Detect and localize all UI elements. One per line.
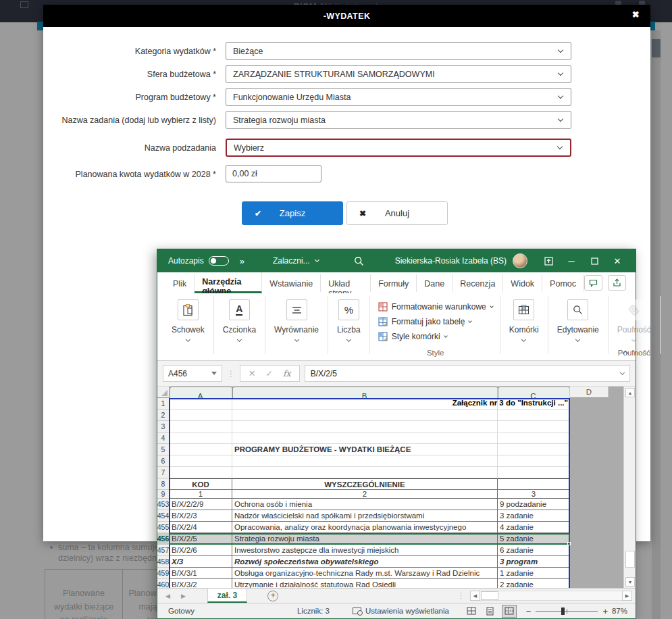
scroll-down-icon[interactable]: ▼ — [625, 577, 635, 587]
cell-B453[interactable]: Ochrona osób i mienia — [232, 499, 498, 510]
kategoria-wydatkow-select[interactable]: Bieżące — [226, 42, 571, 60]
ribbon-tab-wstawianie[interactable]: Wstawianie — [262, 274, 321, 292]
prev-sheet-icon[interactable]: ◀ — [165, 593, 170, 599]
share-icon[interactable] — [608, 275, 626, 291]
horizontal-scroll-thumb[interactable] — [481, 591, 498, 600]
row-header-8[interactable]: 8 — [157, 478, 170, 490]
vertical-scrollbar[interactable]: ▲ ▼ — [623, 387, 636, 588]
ribbon-tab-narzędzia-główne[interactable]: Narzędzia główne — [195, 272, 262, 293]
page-layout-view-icon[interactable] — [483, 605, 498, 618]
close-window-icon[interactable]: ✕ — [606, 249, 629, 272]
cell-C3[interactable] — [498, 421, 570, 432]
zoom-slider[interactable] — [536, 608, 598, 615]
cell-C457[interactable]: 6 zadanie — [498, 545, 570, 556]
number-group-button[interactable]: % Liczba — [328, 293, 369, 360]
cell-A1[interactable] — [170, 398, 232, 410]
cell-C1[interactable] — [498, 398, 570, 410]
cells-group-button[interactable]: Komórki — [500, 293, 548, 360]
maximize-icon[interactable] — [583, 249, 606, 272]
cell-A458[interactable]: X/3 — [170, 556, 232, 568]
cell-A3[interactable] — [170, 421, 232, 432]
cell-C8[interactable] — [498, 478, 570, 490]
cell-B459[interactable]: Obsługa organizacyjno-techniczna Rady m.… — [232, 568, 498, 579]
save-button[interactable]: ✔Zapisz — [242, 201, 343, 225]
minimize-icon[interactable]: ─ — [560, 249, 583, 272]
workbook-name-menu[interactable]: Zalaczni... — [273, 256, 319, 266]
cell-C454[interactable]: 3 zadanie — [498, 510, 570, 522]
ribbon-tab-układ-strony[interactable]: Układ strony — [321, 274, 371, 292]
sheet-tab-zal3[interactable]: zał. 3 — [207, 589, 247, 603]
row-header-454[interactable]: 454 — [157, 510, 170, 522]
horizontal-scroll-track[interactable] — [480, 591, 622, 601]
cell-B458[interactable]: Rozwój społeczeństwa obywatelskiego — [232, 556, 498, 568]
row-header-4[interactable]: 4 — [157, 432, 170, 444]
cell-B4[interactable] — [232, 432, 498, 444]
cell-C453[interactable]: 9 podzadanie — [498, 499, 570, 510]
new-sheet-icon[interactable]: + — [267, 591, 278, 601]
cell-B6[interactable] — [232, 455, 498, 467]
page-break-preview-icon[interactable] — [502, 605, 517, 618]
cell-A457[interactable]: B/X/2/6 — [170, 545, 232, 556]
ribbon-display-options-icon[interactable] — [537, 249, 560, 272]
scroll-right-icon[interactable]: ▶ — [622, 591, 632, 601]
cell-styles-button[interactable]: Style komórki — [378, 329, 493, 344]
cell-B9[interactable]: 2 — [232, 490, 498, 499]
format-as-table-button[interactable]: Formatuj jako tabelę — [378, 314, 493, 329]
nazwa-podzadania-select[interactable]: Wybierz — [226, 139, 571, 157]
close-icon[interactable]: ✖ — [632, 10, 640, 19]
cell-B5[interactable]: PROGRAMY BUDŻETOWE - WYDATKI BIEŻĄCE — [232, 444, 498, 455]
program-budzetowy-select[interactable]: Funkcjonowanie Urzędu Miasta — [226, 88, 571, 106]
row-header-9[interactable]: 9 — [157, 490, 170, 499]
column-header-D[interactable]: D — [570, 387, 609, 398]
cell-A6[interactable] — [170, 455, 232, 467]
row-header-2[interactable]: 2 — [157, 410, 170, 421]
select-all-corner[interactable] — [157, 387, 170, 398]
cancel-entry-icon[interactable]: ✕ — [249, 368, 255, 378]
cell-B457[interactable]: Inwestorstwo zastępcze dla inwestycji mi… — [232, 545, 498, 556]
zoom-out-icon[interactable]: − — [526, 606, 532, 616]
cell-B8[interactable]: WYSZCZEGÓLNIENIE — [232, 478, 498, 490]
autosave-toggle[interactable] — [209, 256, 229, 266]
cell-C6[interactable] — [498, 455, 570, 467]
display-settings-button[interactable]: Ustawienia wyświetlania — [353, 607, 449, 615]
zoom-slider-thumb[interactable] — [561, 608, 565, 615]
cell-C455[interactable]: 4 zadanie — [498, 522, 570, 533]
formula-bar-grip[interactable]: ⋮ — [227, 369, 235, 378]
row-header-459[interactable]: 459 — [157, 568, 170, 579]
expand-formula-bar-icon[interactable] — [620, 370, 625, 375]
cell-C9[interactable]: 3 — [498, 490, 570, 499]
ribbon-tab-pomoc[interactable]: Pomoc — [542, 274, 584, 292]
cell-A9[interactable]: 1 — [170, 490, 232, 499]
user-name[interactable]: Siekierska-Rosiak Izabela (BS) — [395, 256, 507, 266]
cell-A454[interactable]: B/X/2/3 — [170, 510, 232, 522]
enter-entry-icon[interactable]: ✓ — [265, 368, 272, 378]
font-group-button[interactable]: A Czcionka — [214, 293, 265, 360]
kwota-input[interactable]: 0,00 zł — [226, 165, 321, 182]
formula-input[interactable]: B/X/2/5 — [305, 365, 630, 382]
zoom-in-icon[interactable]: + — [602, 606, 608, 616]
cell-C5[interactable] — [498, 444, 570, 455]
cell-B456[interactable]: Strategia rozwoju miasta — [232, 533, 498, 545]
cell-C460[interactable]: 2 zadanie — [498, 579, 570, 588]
row-header-3[interactable]: 3 — [157, 421, 170, 432]
zoom-percent[interactable]: 87% — [612, 607, 627, 615]
cell-B454[interactable]: Nadzór właścicielski nad spółkami i prze… — [232, 510, 498, 522]
quick-access-more-icon[interactable]: » — [240, 256, 244, 266]
horizontal-scrollbar[interactable]: ◀ ▶ — [470, 589, 632, 603]
cell-A5[interactable] — [170, 444, 232, 455]
name-box[interactable]: A456 — [163, 365, 222, 382]
cell-B460[interactable]: Utrzymanie i działalność statutowa Rad O… — [232, 579, 498, 588]
row-header-457[interactable]: 457 — [157, 545, 170, 556]
cell-C459[interactable]: 1 zadanie — [498, 568, 570, 579]
row-header-453[interactable]: 453 — [157, 499, 170, 510]
cell-C456[interactable]: 5 zadanie — [498, 533, 570, 545]
editing-group-button[interactable]: Edytowanie — [548, 293, 608, 360]
cell-A453[interactable]: B/X/2/2/9 — [170, 499, 232, 510]
cell-C4[interactable] — [498, 432, 570, 444]
ribbon-tab-recenzja[interactable]: Recenzja — [453, 274, 503, 292]
normal-view-icon[interactable] — [464, 605, 479, 618]
row-header-7[interactable]: 7 — [157, 467, 170, 478]
cell-B455[interactable]: Opracowania, analizy oraz koordynacja pl… — [232, 522, 498, 533]
cell-B1[interactable] — [232, 398, 498, 410]
cell-B7[interactable] — [232, 467, 498, 478]
